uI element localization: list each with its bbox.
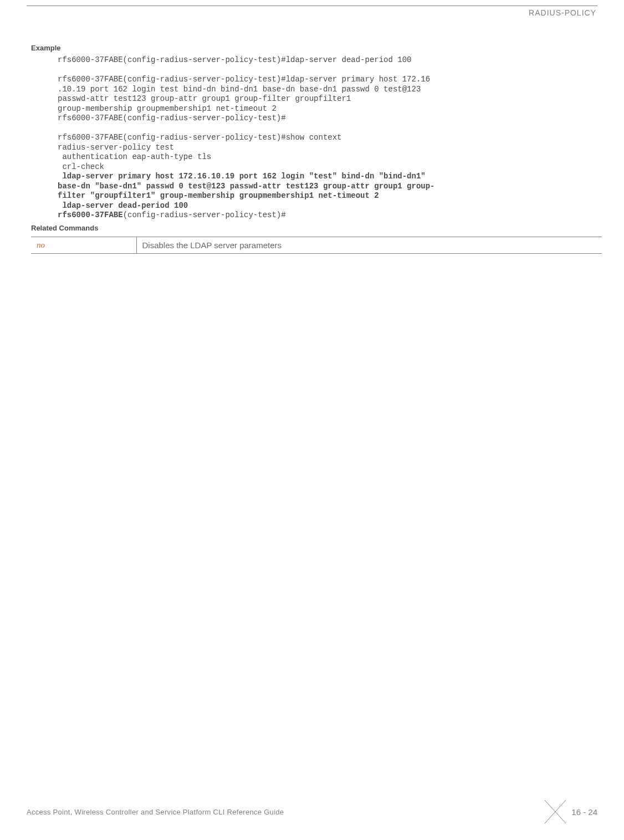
code-example-block: rfs6000-37FABE(config-radius-server-poli… — [58, 55, 597, 221]
top-horizontal-rule — [27, 6, 597, 6]
code-line: rfs6000-37FABE(config-radius-server-poli… — [58, 133, 341, 142]
code-line: .10.19 port 162 login test bind-dn bind-… — [58, 85, 426, 94]
table-row: no Disables the LDAP server parameters — [31, 237, 602, 253]
example-heading: Example — [31, 44, 597, 52]
code-line: crl-check — [58, 162, 104, 171]
command-name-cell: no — [31, 237, 136, 253]
code-line: authentication eap-auth-type tls — [58, 152, 211, 161]
related-commands-heading: Related Commands — [31, 224, 597, 232]
code-line: passwd-attr test123 group-attr group1 gr… — [58, 94, 351, 103]
command-desc-cell: Disables the LDAP server parameters — [136, 237, 602, 253]
code-line: (config-radius-server-policy-test)# — [123, 211, 286, 219]
code-line-bold: ldap-server dead-period 100 — [58, 201, 188, 210]
page-container: RADIUS-POLICY Example rfs6000-37FABE(con… — [0, 0, 624, 840]
page-header-title: RADIUS-POLICY — [27, 8, 597, 17]
code-line: radius-server-policy test — [58, 143, 174, 152]
code-line-bold: base-dn "base-dn1" passwd 0 test@123 pas… — [58, 182, 435, 191]
page-decoration-icon — [545, 800, 566, 823]
code-line: group-membership groupmembership1 net-ti… — [58, 104, 277, 113]
page-number: 16 - 24 — [571, 807, 597, 817]
code-line: rfs6000-37FABE(config-radius-server-poli… — [58, 75, 430, 84]
code-line-bold: ldap-server primary host 172.16.10.19 po… — [58, 172, 430, 181]
related-commands-table: no Disables the LDAP server parameters — [31, 237, 602, 254]
footer-doc-title: Access Point, Wireless Controller and Se… — [27, 808, 284, 816]
code-line-bold: rfs6000-37FABE — [58, 211, 123, 219]
code-line-bold: filter "groupfilter1" group-membership g… — [58, 191, 379, 200]
page-footer: Access Point, Wireless Controller and Se… — [27, 800, 597, 823]
code-line: rfs6000-37FABE(config-radius-server-poli… — [58, 114, 286, 122]
page-number-container: 16 - 24 — [545, 800, 597, 823]
code-line: rfs6000-37FABE(config-radius-server-poli… — [58, 55, 412, 64]
